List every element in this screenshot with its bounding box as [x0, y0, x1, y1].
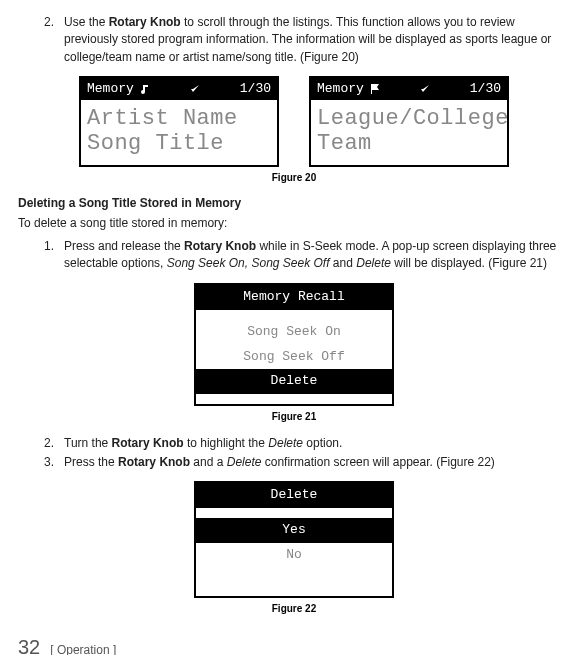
ds1-g: will be displayed. (Figure 21) [391, 256, 547, 270]
ds2-c: to highlight the [184, 436, 269, 450]
delete-yes-selected: Yes [196, 518, 392, 543]
ds3-a: Press the [64, 455, 118, 469]
ds2-d: Delete [268, 436, 303, 450]
lcd-right-title: Memory [317, 80, 364, 99]
lcd-left-title: Memory [87, 80, 134, 99]
music-note-icon [140, 84, 150, 94]
ds3-c: and a [190, 455, 227, 469]
ds1-e: and [330, 256, 357, 270]
ds2-e: option. [303, 436, 342, 450]
check-icon [420, 84, 430, 94]
delete-step-1: 1. Press and release the Rotary Knob whi… [44, 238, 570, 273]
ds3-b: Rotary Knob [118, 455, 190, 469]
lcd-delete-confirm: Delete Yes No [194, 481, 394, 598]
delete-gap1 [196, 508, 392, 518]
ds2-b: Rotary Knob [112, 436, 184, 450]
delete-step-3-body: Press the Rotary Knob and a Delete confi… [64, 454, 570, 471]
section-label: [ Operation ] [50, 642, 116, 655]
delete-step-3: 3. Press the Rotary Knob and a Delete co… [44, 454, 570, 471]
lcd-left-line1: Artist Name [87, 106, 271, 131]
step-2-number: 2. [44, 14, 64, 66]
delete-step-2-number: 2. [44, 435, 64, 452]
delete-step-1-number: 1. [44, 238, 64, 273]
recall-opt3-selected: Delete [196, 369, 392, 394]
recall-opt2: Song Seek Off [196, 345, 392, 370]
lcd-memory-league: Memory 1/30 League/College Team [309, 76, 509, 167]
ds2-a: Turn the [64, 436, 112, 450]
lcd-header-right: Memory 1/30 [311, 78, 507, 100]
recall-title: Memory Recall [196, 285, 392, 310]
intro-deleting: To delete a song title stored in memory: [18, 215, 570, 232]
figure-20-screens: Memory 1/30 Artist Name Song Title Memor… [18, 76, 570, 167]
step-2-rotary: Rotary Knob [109, 15, 181, 29]
step-2-body: Use the Rotary Knob to scroll through th… [64, 14, 570, 66]
figure-21-caption: Figure 21 [18, 410, 570, 425]
recall-opt1: Song Seek On [196, 320, 392, 345]
delete-no: No [196, 543, 392, 568]
check-icon [190, 84, 200, 94]
ds1-f: Delete [356, 256, 391, 270]
delete-step-3-number: 3. [44, 454, 64, 471]
step-2: 2. Use the Rotary Knob to scroll through… [44, 14, 570, 66]
ds3-e: confirmation screen will appear. (Figure… [261, 455, 494, 469]
delete-gap2 [196, 568, 392, 596]
delete-step-2: 2. Turn the Rotary Knob to highlight the… [44, 435, 570, 452]
lcd-header-left: Memory 1/30 [81, 78, 277, 100]
heading-deleting: Deleting a Song Title Stored in Memory [18, 195, 570, 212]
figure-22-caption: Figure 22 [18, 602, 570, 617]
lcd-left-line2: Song Title [87, 131, 271, 156]
ds1-b: Rotary Knob [184, 239, 256, 253]
lcd-memory-recall: Memory Recall Song Seek On Song Seek Off… [194, 283, 394, 406]
ds1-d: Song Seek On, Song Seek Off [167, 256, 330, 270]
page-number: 32 [18, 633, 40, 655]
step-2-text-a: Use the [64, 15, 109, 29]
lcd-right-count: 1/30 [470, 80, 501, 99]
recall-gap1 [196, 310, 392, 320]
ds1-a: Press and release the [64, 239, 184, 253]
lcd-memory-artist: Memory 1/30 Artist Name Song Title [79, 76, 279, 167]
lcd-right-line2: Team [317, 131, 501, 156]
delete-title: Delete [196, 483, 392, 508]
delete-step-1-body: Press and release the Rotary Knob while … [64, 238, 570, 273]
flag-icon [370, 84, 380, 94]
recall-gap2 [196, 394, 392, 404]
lcd-right-line1: League/College [317, 106, 501, 131]
page-footer: 32 [ Operation ] [18, 633, 570, 655]
delete-step-2-body: Turn the Rotary Knob to highlight the De… [64, 435, 570, 452]
ds3-d: Delete [227, 455, 262, 469]
figure-20-caption: Figure 20 [18, 171, 570, 186]
lcd-left-count: 1/30 [240, 80, 271, 99]
